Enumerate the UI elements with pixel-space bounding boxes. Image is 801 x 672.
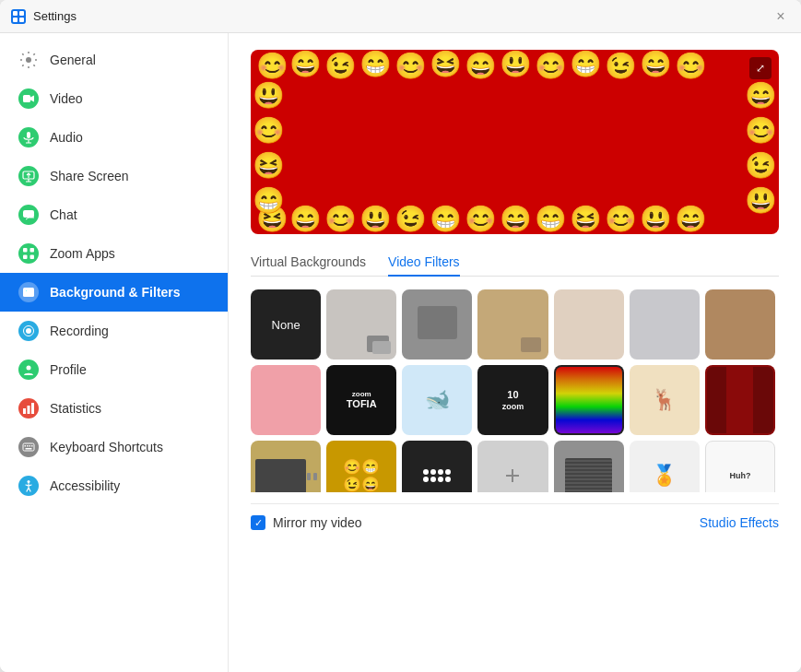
emoji: 😃: [359, 206, 392, 232]
filter-item[interactable]: [477, 289, 548, 360]
emoji: 😆: [430, 52, 462, 77]
app-icon: [11, 9, 26, 24]
emoji: 😄: [289, 52, 322, 77]
sidebar-item-accessibility[interactable]: Accessibility: [0, 466, 228, 505]
filter-badge[interactable]: 🏅: [630, 441, 700, 492]
filter-emoji-pattern[interactable]: 😊😁😉😄: [326, 441, 396, 492]
sidebar-item-keyboard[interactable]: Keyboard Shortcuts: [0, 428, 228, 466]
svg-rect-5: [23, 95, 30, 102]
emoji: 😆: [253, 153, 285, 179]
filter-container: None: [251, 289, 779, 492]
svg-rect-27: [27, 445, 29, 447]
filter-old-tv[interactable]: [554, 441, 624, 492]
svg-rect-29: [31, 445, 33, 447]
svg-point-21: [27, 366, 31, 371]
emoji: 😊: [395, 53, 427, 79]
emoji: 😉: [324, 53, 357, 79]
filter-item[interactable]: [402, 289, 472, 360]
filter-item[interactable]: [554, 289, 624, 360]
audio-icon: [18, 127, 39, 147]
filter-theater[interactable]: [705, 365, 775, 435]
share-screen-icon: [18, 166, 39, 186]
sidebar-item-share-screen[interactable]: Share Screen: [0, 157, 228, 195]
sidebar-label-video: Video: [50, 91, 83, 106]
mirror-my-video-control[interactable]: ✓ Mirror my video: [251, 515, 361, 530]
emoji-border-decoration: 😊 😄 😉 😁 😊 😆 😄 😃 😊 😁 😉 😄 😊 😆 😄: [251, 50, 779, 234]
emoji: 😉: [745, 153, 777, 179]
svg-point-4: [26, 57, 31, 63]
emoji: 😊: [535, 53, 567, 79]
filter-item[interactable]: [705, 289, 775, 360]
close-button[interactable]: ×: [772, 7, 790, 26]
emoji: 😃: [253, 83, 285, 109]
titlebar: Settings ×: [0, 0, 801, 33]
filter-item[interactable]: [326, 289, 396, 360]
filter-huh[interactable]: Huh?: [705, 441, 775, 492]
svg-rect-12: [23, 210, 34, 218]
sidebar-label-statistics: Statistics: [50, 401, 101, 416]
sidebar-label-profile: Profile: [50, 362, 87, 377]
svg-rect-3: [19, 18, 24, 22]
filter-10zoom[interactable]: 10zoom: [477, 365, 548, 435]
sidebar: General Video: [0, 33, 229, 672]
emoji: 😁: [570, 52, 602, 77]
sidebar-item-chat[interactable]: Chat: [0, 195, 228, 234]
fullscreen-icon[interactable]: ⤢: [749, 57, 772, 79]
titlebar-left: Settings: [11, 9, 77, 24]
filter-none[interactable]: None: [251, 289, 321, 360]
filter-item[interactable]: [251, 365, 321, 435]
sidebar-item-general[interactable]: General: [0, 41, 228, 79]
filter-whale[interactable]: 🐋: [402, 365, 472, 435]
emoji: 😄: [289, 206, 322, 232]
content-area: General Video: [0, 33, 801, 672]
emoji: 😄: [675, 206, 707, 232]
svg-rect-17: [23, 288, 34, 297]
filter-zoom-topia[interactable]: zoomTOFIA: [326, 365, 396, 435]
sidebar-item-statistics[interactable]: Statistics: [0, 389, 228, 428]
svg-rect-24: [31, 403, 34, 414]
settings-window: Settings × General: [0, 0, 801, 672]
sidebar-item-audio[interactable]: Audio: [0, 118, 228, 157]
filter-deer[interactable]: 🦌: [630, 365, 700, 435]
zoom-apps-icon: [18, 243, 39, 264]
tab-video-filters[interactable]: Video Filters: [388, 249, 460, 277]
sidebar-label-audio: Audio: [50, 130, 83, 145]
sidebar-item-background[interactable]: Background & Filters: [0, 273, 228, 312]
svg-point-18: [25, 289, 28, 292]
video-icon: [18, 88, 39, 109]
svg-rect-0: [13, 11, 18, 16]
filter-item[interactable]: [630, 289, 700, 360]
svg-rect-13: [23, 248, 28, 253]
emoji: 😊: [465, 206, 497, 232]
sidebar-label-accessibility: Accessibility: [50, 478, 120, 493]
filter-tv[interactable]: [251, 441, 321, 492]
gear-icon: [18, 50, 39, 70]
sidebar-item-zoom-apps[interactable]: Zoom Apps: [0, 234, 228, 273]
mirror-checkbox[interactable]: ✓: [251, 515, 265, 530]
studio-effects-link[interactable]: Studio Effects: [700, 515, 779, 530]
sidebar-label-share-screen: Share Screen: [50, 169, 129, 183]
sidebar-label-keyboard: Keyboard Shortcuts: [50, 440, 163, 454]
sidebar-item-video[interactable]: Video: [0, 79, 228, 118]
filter-dots[interactable]: [402, 441, 472, 492]
filter-plus[interactable]: [477, 441, 548, 492]
emoji: 😊: [253, 118, 285, 144]
svg-rect-15: [23, 255, 28, 260]
emoji: 😃: [745, 188, 777, 214]
emoji: 😁: [430, 206, 462, 232]
mirror-label: Mirror my video: [273, 515, 361, 530]
accessibility-icon: [18, 476, 39, 496]
sidebar-label-zoom-apps: Zoom Apps: [50, 246, 115, 261]
recording-icon: [18, 321, 39, 341]
tab-virtual-backgrounds[interactable]: Virtual Backgrounds: [251, 249, 366, 277]
filter-rainbow[interactable]: [554, 365, 624, 435]
sidebar-item-profile[interactable]: Profile: [0, 350, 228, 389]
sidebar-label-background: Background & Filters: [50, 285, 181, 300]
emoji: 😉: [395, 206, 427, 232]
main-content: 😊 😄 😉 😁 😊 😆 😄 😃 😊 😁 😉 😄 😊 😆 😄: [229, 33, 801, 672]
svg-rect-6: [27, 132, 30, 138]
emoji: 😄: [640, 52, 672, 77]
emoji: 😃: [640, 206, 672, 232]
sidebar-item-recording[interactable]: Recording: [0, 312, 228, 350]
emoji: 😆: [570, 206, 602, 232]
